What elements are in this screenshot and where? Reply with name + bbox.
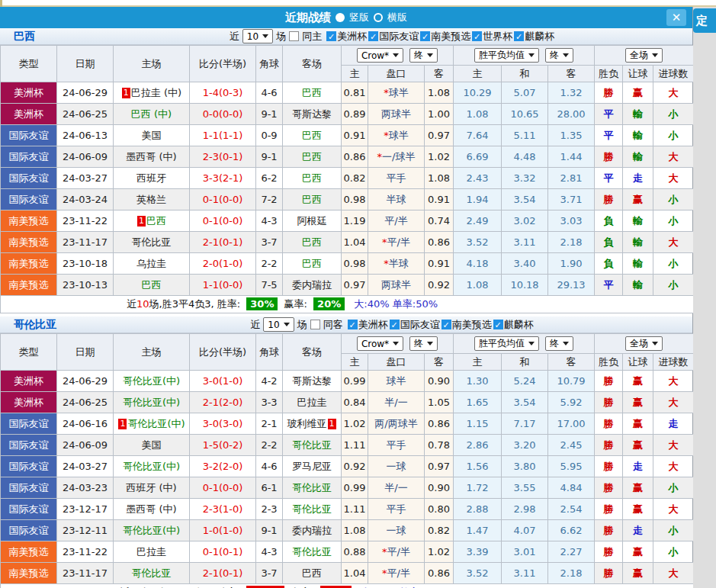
handicap-line: 平/半 bbox=[368, 210, 425, 232]
league-checkbox[interactable]: ✓ bbox=[368, 31, 378, 41]
star-mark: * bbox=[384, 130, 389, 141]
match-score: 2-1(0-1) bbox=[190, 232, 256, 253]
pin-button[interactable]: 定 bbox=[693, 8, 716, 33]
match-score: 2-3(0-1) bbox=[190, 146, 256, 168]
away-odds: 1.05 bbox=[425, 392, 454, 413]
home-odds: 0.88 bbox=[342, 541, 368, 563]
mean-draw: 3.01 bbox=[502, 541, 548, 563]
scope-control-cell: 全场 bbox=[595, 334, 694, 354]
match-type-badge: 南美预选 bbox=[1, 275, 57, 296]
match-score: 3-2(2-0) bbox=[190, 456, 256, 477]
league-label: 南美预选 bbox=[431, 30, 470, 43]
league-checkbox[interactable]: ✓ bbox=[472, 31, 482, 41]
same-venue-checkbox[interactable] bbox=[289, 31, 299, 41]
handicap-result-flag: 輸 bbox=[623, 104, 653, 125]
scope-select[interactable]: 全场 bbox=[625, 48, 663, 63]
handicap-result-flag: 輸 bbox=[623, 232, 653, 253]
home-team: 哥伦比亚(中) bbox=[114, 371, 190, 392]
vertical-layout-radio[interactable] bbox=[336, 13, 345, 22]
league-checkbox[interactable]: ✓ bbox=[493, 320, 503, 329]
goals-flag: 大 bbox=[653, 168, 694, 189]
away-team-name: 哥斯达黎 bbox=[292, 108, 332, 120]
match-row: 国际友谊24-03-23西班牙 (中)0-1(0-0)6-1哥伦比亚0.99半/… bbox=[1, 477, 694, 499]
handicap-line: 平手 bbox=[368, 435, 425, 456]
match-type-badge: 美洲杯 bbox=[1, 371, 57, 392]
league-checkbox[interactable]: ✓ bbox=[441, 320, 451, 329]
mean-type-select[interactable]: 胜平负均值 bbox=[474, 336, 539, 351]
odds-company-select[interactable]: Crow* bbox=[357, 336, 403, 351]
result-flag: 勝 bbox=[595, 413, 623, 435]
league-label: 南美预选 bbox=[452, 318, 492, 332]
chevron-down-icon bbox=[528, 53, 535, 57]
goals-flag: 小 bbox=[653, 541, 694, 563]
summary-cover-label: 赢率: bbox=[284, 298, 307, 310]
team-filter-bar: 巴西 近 10 场 同主 ✓美洲杯✓国际友谊✓南美预选✓世界杯✓麒麟杯 bbox=[0, 28, 692, 45]
handicap-line: 一球 bbox=[368, 456, 425, 477]
match-count-select[interactable]: 10 bbox=[242, 29, 273, 43]
home-odds: 0.89 bbox=[342, 104, 368, 125]
col-home: 主场 bbox=[114, 46, 190, 82]
home-team-name: 巴拉圭 (中) bbox=[131, 87, 181, 98]
home-odds: 1.04 bbox=[342, 232, 368, 253]
horizontal-layout-radio[interactable] bbox=[374, 13, 383, 22]
match-row: 国际友谊23-12-17墨西哥 (中)2-3(1-0)2-3哥伦比亚1.11平手… bbox=[1, 499, 694, 520]
scope-select[interactable]: 全场 bbox=[625, 336, 663, 351]
mean-draw: 5.07 bbox=[502, 82, 548, 104]
mean-away: 2.45 bbox=[548, 435, 595, 456]
league-checkbox[interactable]: ✓ bbox=[390, 320, 400, 329]
result-flag: 勝 bbox=[595, 189, 623, 210]
away-odds: 0.90 bbox=[425, 477, 454, 499]
mean-home: 1.08 bbox=[454, 104, 502, 125]
home-team: 1巴西 bbox=[114, 210, 190, 232]
home-odds: 1.11 bbox=[342, 499, 368, 520]
away-team-name: 罗马尼亚 bbox=[292, 461, 332, 472]
goals-flag: 大 bbox=[653, 563, 694, 584]
mean-home: 2.43 bbox=[454, 168, 502, 189]
mean-away: 1.32 bbox=[548, 82, 595, 104]
match-count-select[interactable]: 10 bbox=[263, 317, 294, 332]
close-icon[interactable]: ✕ bbox=[666, 9, 686, 26]
match-type-badge: 国际友谊 bbox=[1, 413, 57, 435]
match-score: 1-1(0-0) bbox=[190, 275, 256, 296]
handicap-line: *平/半 bbox=[368, 232, 425, 253]
odds-time-select[interactable]: 终 bbox=[409, 336, 438, 351]
match-date: 24-03-23 bbox=[57, 477, 114, 499]
vertical-layout-label[interactable]: 竖版 bbox=[349, 11, 369, 24]
league-checkbox[interactable]: ✓ bbox=[348, 320, 358, 329]
handicap-result-flag: 赢 bbox=[623, 541, 653, 563]
away-team-name: 哥斯达黎 bbox=[292, 375, 332, 387]
away-team-name: 委内瑞拉 bbox=[292, 279, 332, 291]
col-home: 主场 bbox=[114, 334, 190, 371]
mean-draw: 3.80 bbox=[502, 456, 548, 477]
same-venue-checkbox[interactable] bbox=[310, 320, 320, 329]
odds-company-select[interactable]: Crow* bbox=[357, 48, 403, 63]
col-type: 类型 bbox=[1, 46, 57, 82]
mean-home: 2.86 bbox=[454, 435, 502, 456]
col-goals: 进球数 bbox=[653, 354, 694, 371]
match-date: 24-03-27 bbox=[57, 456, 114, 477]
mean-time-select[interactable]: 终 bbox=[545, 336, 573, 351]
horizontal-layout-label[interactable]: 横版 bbox=[387, 11, 407, 24]
chevron-down-icon bbox=[427, 342, 433, 345]
chevron-down-icon bbox=[393, 342, 399, 345]
mean-type-select[interactable]: 胜平负均值 bbox=[474, 48, 539, 63]
league-checkbox[interactable]: ✓ bbox=[420, 31, 430, 41]
mean-time-value: 终 bbox=[550, 49, 559, 62]
match-date: 24-06-29 bbox=[57, 82, 114, 104]
mean-draw: 3.11 bbox=[502, 563, 548, 584]
mean-time-select[interactable]: 终 bbox=[545, 48, 573, 63]
side-rail: 定 bbox=[693, 7, 716, 588]
league-checkbox[interactable]: ✓ bbox=[514, 31, 524, 41]
match-date: 24-06-09 bbox=[57, 146, 114, 168]
mean-home: 1.47 bbox=[454, 520, 502, 541]
match-row: 南美预选23-10-18乌拉圭2-0(1-0)2-2巴西0.98*半球0.914… bbox=[1, 253, 694, 275]
layout-mode-group: 近期战绩 竖版 横版 bbox=[285, 11, 407, 25]
away-odds: 0.97 bbox=[425, 125, 454, 146]
league-checkbox[interactable]: ✓ bbox=[326, 31, 336, 41]
section-summary: 近10场,胜10平0负0, 胜率: 100% 赢率: 80% 大:60% 单率:… bbox=[1, 584, 694, 588]
odds-time-select[interactable]: 终 bbox=[409, 48, 438, 63]
result-flag: 平 bbox=[595, 168, 623, 189]
col-corner: 角球 bbox=[256, 334, 283, 371]
home-team-name: 巴西 bbox=[146, 215, 166, 227]
corner-count: 4-3 bbox=[256, 210, 283, 232]
